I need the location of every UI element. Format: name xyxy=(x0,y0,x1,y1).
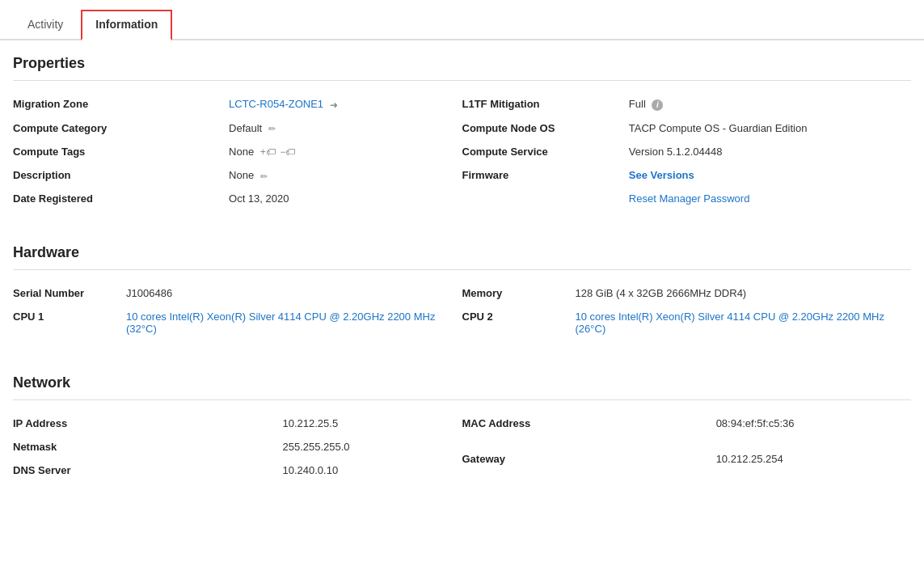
l1tf-value: Full i xyxy=(629,92,892,116)
compute-category-text: Default xyxy=(229,122,262,134)
netmask-value: 255.255.255.0 xyxy=(282,435,442,459)
firmware-row: Firmware See Versions xyxy=(462,163,892,187)
dns-server-value: 10.240.0.10 xyxy=(282,459,442,482)
tab-activity[interactable]: Activity xyxy=(13,10,78,40)
compute-category-pencil-icon[interactable]: ✏ xyxy=(268,124,278,133)
gateway-value: 10.212.25.254 xyxy=(716,447,892,483)
reset-manager-password-link[interactable]: Reset Manager Password xyxy=(629,192,750,205)
compute-tags-text: None xyxy=(229,146,254,158)
ip-address-row: IP Address 10.212.25.5 xyxy=(13,412,443,435)
compute-service-value: Version 5.1.2.04448 xyxy=(629,140,892,163)
properties-right-col: L1TF Mitigation Full i Compute Node OS T… xyxy=(462,92,912,217)
memory-text: 128 GiB (4 x 32GB 2666MHz DDR4) xyxy=(576,287,747,299)
netmask-label: Netmask xyxy=(13,435,282,459)
dns-server-label: DNS Server xyxy=(13,459,282,482)
cpu1-text: 10 cores Intel(R) Xeon(R) Silver 4114 CP… xyxy=(126,311,435,335)
ip-address-value: 10.212.25.5 xyxy=(282,412,442,435)
gateway-row: Gateway 10.212.25.254 xyxy=(462,447,892,483)
compute-node-os-value: TACP Compute OS - Guardian Edition xyxy=(629,116,892,140)
l1tf-row: L1TF Mitigation Full i xyxy=(462,92,892,116)
properties-header: Properties xyxy=(0,40,924,80)
migration-zone-link[interactable]: LCTC-R054-ZONE1 xyxy=(229,98,323,110)
description-text: None xyxy=(229,169,254,181)
firmware-link[interactable]: See Versions xyxy=(629,169,694,181)
firmware-label: Firmware xyxy=(462,163,629,187)
cpu1-value: 10 cores Intel(R) Xeon(R) Silver 4114 CP… xyxy=(126,305,443,340)
compute-service-text: Version 5.1.2.04448 xyxy=(629,146,723,158)
description-row: Description None ✏ xyxy=(13,163,443,187)
cpu2-row: CPU 2 10 cores Intel(R) Xeon(R) Silver 4… xyxy=(462,305,892,340)
memory-label: Memory xyxy=(462,281,576,305)
properties-grid: Migration Zone LCTC-R054-ZONE1 ➜ Compute… xyxy=(0,81,924,220)
compute-category-row: Compute Category Default ✏ xyxy=(13,116,443,140)
dns-server-text: 10.240.0.10 xyxy=(282,464,338,476)
reset-password-empty-label xyxy=(462,187,629,210)
compute-category-value: Default ✏ xyxy=(229,116,442,140)
serial-number-text: J1006486 xyxy=(126,287,172,299)
mac-address-value: 08:94:ef:5f:c5:36 xyxy=(716,412,892,447)
reset-password-row: Reset Manager Password xyxy=(462,187,892,210)
serial-number-value: J1006486 xyxy=(126,281,443,305)
migration-zone-row: Migration Zone LCTC-R054-ZONE1 ➜ xyxy=(13,92,443,116)
properties-left-col: Migration Zone LCTC-R054-ZONE1 ➜ Compute… xyxy=(13,92,462,217)
mac-address-label: MAC Address xyxy=(462,412,716,447)
tab-information-label: Information xyxy=(95,18,158,31)
cpu2-text: 10 cores Intel(R) Xeon(R) Silver 4114 CP… xyxy=(576,311,884,335)
network-left-col: IP Address 10.212.25.5 Netmask 255.255.2… xyxy=(13,412,462,488)
cpu1-label: CPU 1 xyxy=(13,305,126,340)
compute-node-os-label: Compute Node OS xyxy=(462,116,629,140)
compute-service-label: Compute Service xyxy=(462,140,629,163)
network-grid: IP Address 10.212.25.5 Netmask 255.255.2… xyxy=(0,400,924,492)
l1tf-label: L1TF Mitigation xyxy=(462,92,629,116)
hardware-left-col: Serial Number J1006486 CPU 1 10 cores In… xyxy=(13,281,462,347)
memory-value: 128 GiB (4 x 32GB 2666MHz DDR4) xyxy=(576,281,892,305)
tab-information[interactable]: Information xyxy=(81,10,172,40)
remove-tag-icon[interactable]: −🏷 xyxy=(280,146,295,158)
ip-address-label: IP Address xyxy=(13,412,282,435)
compute-tags-label: Compute Tags xyxy=(13,140,229,164)
compute-node-os-text: TACP Compute OS - Guardian Edition xyxy=(629,122,808,134)
mac-address-row: MAC Address 08:94:ef:5f:c5:36 xyxy=(462,412,892,447)
hardware-header: Hardware xyxy=(0,230,924,269)
tab-activity-label: Activity xyxy=(27,18,63,31)
serial-number-label: Serial Number xyxy=(13,281,126,305)
network-header: Network xyxy=(0,360,924,399)
compute-category-label: Compute Category xyxy=(13,116,229,140)
netmask-text: 255.255.255.0 xyxy=(282,441,349,453)
cpu2-label: CPU 2 xyxy=(462,305,576,340)
date-registered-value: Oct 13, 2020 xyxy=(229,187,442,210)
l1tf-info-icon[interactable]: i xyxy=(652,99,663,111)
ip-address-text: 10.212.25.5 xyxy=(282,417,338,429)
firmware-value: See Versions xyxy=(629,163,892,187)
compute-tags-row: Compute Tags None +🏷 −🏷 xyxy=(13,140,443,164)
dns-server-row: DNS Server 10.240.0.10 xyxy=(13,459,443,482)
add-tag-icon[interactable]: +🏷 xyxy=(260,146,276,158)
gap1 xyxy=(0,220,924,230)
date-registered-label: Date Registered xyxy=(13,187,229,210)
memory-row: Memory 128 GiB (4 x 32GB 2666MHz DDR4) xyxy=(462,281,892,305)
description-label: Description xyxy=(13,163,229,187)
gateway-label: Gateway xyxy=(462,447,716,483)
cpu1-row: CPU 1 10 cores Intel(R) Xeon(R) Silver 4… xyxy=(13,305,443,340)
compute-service-row: Compute Service Version 5.1.2.04448 xyxy=(462,140,892,163)
gateway-text: 10.212.25.254 xyxy=(716,453,783,465)
migration-zone-value: LCTC-R054-ZONE1 ➜ xyxy=(229,92,442,116)
netmask-row: Netmask 255.255.255.0 xyxy=(13,435,443,459)
serial-number-row: Serial Number J1006486 xyxy=(13,281,443,305)
gap2 xyxy=(0,350,924,360)
l1tf-text: Full xyxy=(629,98,646,110)
cpu2-value: 10 cores Intel(R) Xeon(R) Silver 4114 CP… xyxy=(576,305,892,340)
mac-address-text: 08:94:ef:5f:c5:36 xyxy=(716,417,795,429)
migration-zone-arrow-icon: ➜ xyxy=(330,99,341,111)
compute-node-os-row: Compute Node OS TACP Compute OS - Guardi… xyxy=(462,116,892,140)
hardware-grid: Serial Number J1006486 CPU 1 10 cores In… xyxy=(0,270,924,350)
compute-tags-value: None +🏷 −🏷 xyxy=(229,140,442,164)
reset-password-value: Reset Manager Password xyxy=(629,187,892,210)
tabs-bar: Activity Information xyxy=(0,0,924,40)
network-right-col: MAC Address 08:94:ef:5f:c5:36 Gateway 10… xyxy=(462,412,912,488)
description-pencil-icon[interactable]: ✏ xyxy=(260,171,270,181)
hardware-right-col: Memory 128 GiB (4 x 32GB 2666MHz DDR4) C… xyxy=(462,281,912,347)
description-value: None ✏ xyxy=(229,163,442,187)
date-registered-row: Date Registered Oct 13, 2020 xyxy=(13,187,443,210)
date-registered-text: Oct 13, 2020 xyxy=(229,192,289,205)
